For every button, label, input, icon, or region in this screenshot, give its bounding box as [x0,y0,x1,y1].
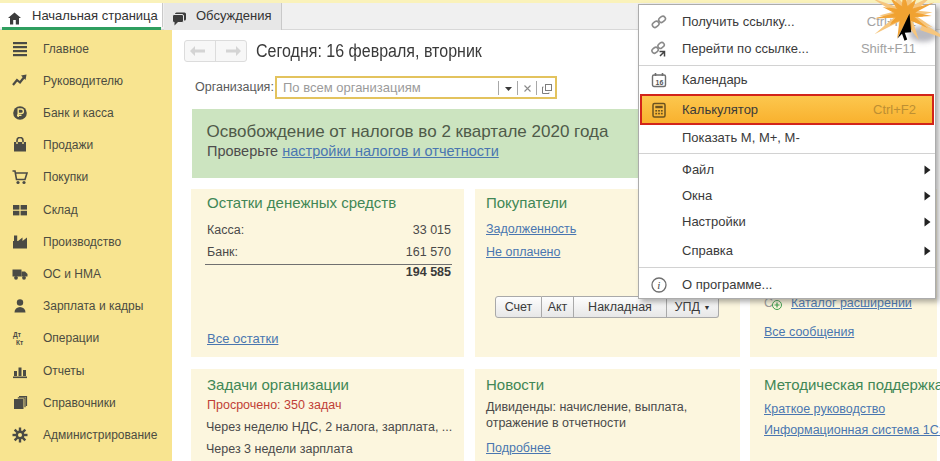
svg-text:Кт: Кт [16,339,23,346]
svg-text:i: i [657,279,660,291]
svg-text:16: 16 [656,79,664,86]
